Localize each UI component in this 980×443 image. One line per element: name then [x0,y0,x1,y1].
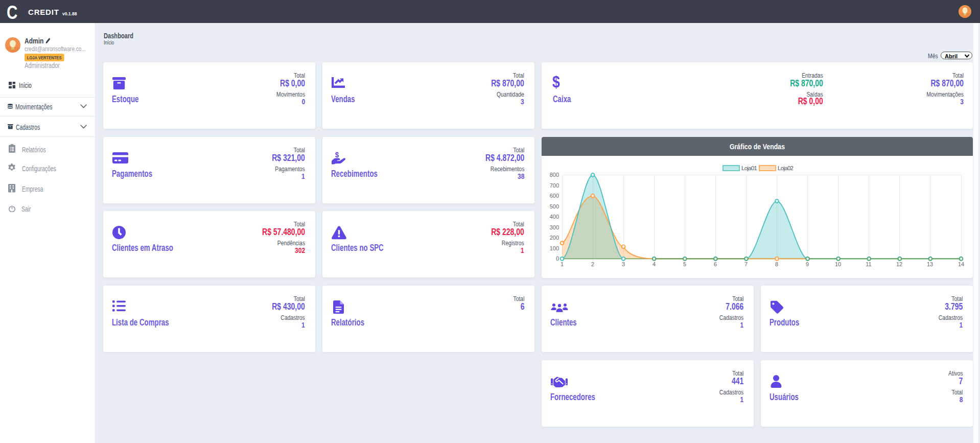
svg-text:600: 600 [550,193,559,199]
svg-text:5: 5 [683,261,686,267]
svg-text:7: 7 [744,261,748,267]
svg-text:13: 13 [927,261,933,267]
svg-text:6: 6 [714,261,717,267]
svg-text:9: 9 [806,261,809,267]
svg-text:100: 100 [550,245,559,251]
svg-text:800: 800 [550,172,559,178]
svg-text:$: $ [335,152,339,159]
svg-text:200: 200 [550,235,559,241]
svg-text:3: 3 [622,261,625,267]
svg-text:12: 12 [896,261,902,267]
svg-text:1: 1 [561,261,564,267]
svg-text:11: 11 [866,261,871,267]
svg-text:14: 14 [958,261,964,267]
svg-text:8: 8 [775,261,778,267]
svg-text:2: 2 [591,261,594,267]
svg-text:Loja02: Loja02 [778,165,794,171]
svg-text:10: 10 [835,261,841,267]
svg-text:0: 0 [556,255,559,262]
svg-text:Loja01: Loja01 [741,165,757,171]
svg-text:300: 300 [550,224,559,230]
svg-text:4: 4 [652,261,656,267]
svg-text:500: 500 [550,203,559,209]
svg-text:400: 400 [550,214,559,220]
svg-text:700: 700 [550,182,559,189]
